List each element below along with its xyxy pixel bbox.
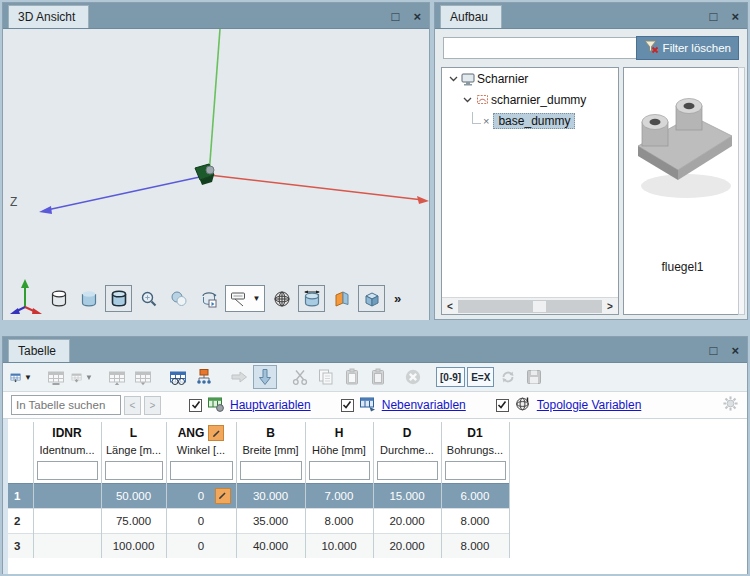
maximize-icon[interactable]: □ bbox=[710, 10, 718, 23]
cell[interactable]: 8.000 bbox=[441, 533, 509, 558]
transfer-down-button[interactable] bbox=[253, 365, 277, 389]
insert-row-table-button[interactable]: ▼ bbox=[70, 365, 94, 389]
cell[interactable]: 30.000 bbox=[236, 483, 305, 508]
hidden-line-icon[interactable] bbox=[165, 285, 192, 312]
cell[interactable]: 35.000 bbox=[236, 508, 305, 533]
cylinder-outlined-icon[interactable] bbox=[105, 285, 132, 312]
tab-aufbau[interactable]: Aufbau bbox=[440, 5, 502, 28]
move-row-up-button[interactable] bbox=[105, 365, 129, 389]
search-prev-button[interactable]: < bbox=[124, 396, 141, 415]
close-icon[interactable]: × bbox=[413, 10, 421, 23]
cut-button[interactable] bbox=[288, 365, 312, 389]
paste-button[interactable] bbox=[340, 365, 364, 389]
add-row-table-button[interactable]: ▼ bbox=[9, 365, 33, 389]
cell[interactable]: 50.000 bbox=[101, 483, 166, 508]
delete-button[interactable] bbox=[401, 365, 425, 389]
chevron-down-icon[interactable] bbox=[447, 74, 459, 83]
tree-item-scharnier-dummy[interactable]: scharnier_dummy bbox=[442, 89, 618, 110]
part-preview-pane[interactable]: fluegel1 bbox=[623, 67, 742, 315]
tree-item-base-dummy[interactable]: × base_dummy bbox=[442, 110, 618, 131]
column-filter-input[interactable] bbox=[240, 461, 302, 480]
save-button[interactable] bbox=[522, 365, 546, 389]
cell[interactable]: 75.000 bbox=[101, 508, 166, 533]
cell[interactable]: 8.000 bbox=[441, 508, 509, 533]
cell[interactable]: 100.000 bbox=[101, 533, 166, 558]
close-icon[interactable]: × bbox=[731, 344, 739, 357]
column-header-IDNR[interactable]: IDNRIdentnum... bbox=[33, 422, 101, 459]
cell[interactable]: 0 bbox=[166, 508, 236, 533]
cylinder-dimension-icon[interactable] bbox=[298, 285, 325, 312]
scroll-right-icon[interactable]: > bbox=[602, 298, 618, 314]
preview-vertical-scrollbar[interactable] bbox=[738, 67, 745, 315]
gear-icon[interactable] bbox=[722, 395, 739, 415]
edit-formula-icon[interactable] bbox=[215, 488, 231, 504]
remove-icon[interactable]: × bbox=[483, 115, 489, 127]
mesh-sphere-icon[interactable] bbox=[268, 285, 295, 312]
tab-3d-ansicht[interactable]: 3D Ansicht bbox=[8, 5, 89, 28]
edit-formula-icon[interactable] bbox=[208, 425, 224, 441]
column-filter-input[interactable] bbox=[170, 461, 233, 480]
cell[interactable]: 20.000 bbox=[373, 533, 441, 558]
hierarchy-view-button[interactable] bbox=[192, 365, 216, 389]
cell[interactable]: 7.000 bbox=[305, 483, 373, 508]
transfer-right-button[interactable] bbox=[227, 365, 251, 389]
cell[interactable]: 20.000 bbox=[373, 508, 441, 533]
checkbox[interactable] bbox=[189, 399, 202, 412]
annotation-tool-icon[interactable]: ▼ bbox=[225, 285, 265, 312]
row-number[interactable]: 2 bbox=[8, 508, 33, 533]
cylinder-shaded-icon[interactable] bbox=[75, 285, 102, 312]
viewport-3d[interactable]: Z ▼» bbox=[3, 29, 429, 320]
more-tools-icon[interactable]: » bbox=[394, 291, 401, 306]
rotate-view-icon[interactable] bbox=[195, 285, 222, 312]
formula-view-button[interactable]: E=X bbox=[467, 367, 494, 387]
column-header-D[interactable]: DDurchme... bbox=[373, 422, 441, 459]
scroll-left-icon[interactable]: < bbox=[442, 298, 458, 314]
tab-tabelle[interactable]: Tabelle bbox=[8, 339, 70, 362]
column-filter-input[interactable] bbox=[377, 461, 438, 480]
scrollbar-thumb[interactable] bbox=[533, 301, 546, 312]
row-number[interactable]: 1 bbox=[8, 483, 33, 508]
move-row-down-button[interactable] bbox=[131, 365, 155, 389]
search-table-button[interactable] bbox=[166, 365, 190, 389]
cell[interactable] bbox=[33, 508, 101, 533]
cell[interactable]: 40.000 bbox=[236, 533, 305, 558]
section-face-icon[interactable] bbox=[328, 285, 355, 312]
column-filter-input[interactable] bbox=[309, 461, 370, 480]
cell[interactable] bbox=[33, 533, 101, 558]
checkbox[interactable] bbox=[341, 399, 354, 412]
table-search-input[interactable] bbox=[11, 395, 121, 415]
table-row[interactable]: 275.000035.0008.00020.0008.000 bbox=[8, 508, 509, 533]
table-row[interactable]: 3100.000040.00010.00020.0008.000 bbox=[8, 533, 509, 558]
column-filter-input[interactable] bbox=[37, 461, 98, 480]
column-header-B[interactable]: BBreite [mm] bbox=[236, 422, 305, 459]
row-number[interactable]: 3 bbox=[8, 533, 33, 558]
remove-row-table-button[interactable] bbox=[44, 365, 68, 389]
chevron-down-icon[interactable] bbox=[461, 95, 473, 104]
tree-item-scharnier[interactable]: Scharnier bbox=[442, 68, 618, 89]
cell[interactable]: 8.000 bbox=[305, 508, 373, 533]
cell[interactable] bbox=[33, 483, 101, 508]
cell[interactable]: 15.000 bbox=[373, 483, 441, 508]
checkbox[interactable] bbox=[496, 399, 509, 412]
paste-special-button[interactable] bbox=[366, 365, 390, 389]
zoom-fit-icon[interactable] bbox=[135, 285, 162, 312]
scrollbar-track[interactable] bbox=[458, 300, 602, 313]
cell[interactable]: 10.000 bbox=[305, 533, 373, 558]
column-header-H[interactable]: HHöhe [mm] bbox=[305, 422, 373, 459]
table-row[interactable]: 150.000030.0007.00015.0006.000 bbox=[8, 483, 509, 508]
structure-filter-input[interactable] bbox=[443, 37, 645, 59]
copy-button[interactable] bbox=[314, 365, 338, 389]
variable-filter-link[interactable]: Topologie Variablen bbox=[537, 398, 642, 412]
search-next-button[interactable]: > bbox=[144, 396, 161, 415]
tree-horizontal-scrollbar[interactable]: < > bbox=[442, 297, 618, 314]
column-header-ANG[interactable]: ANGWinkel [... bbox=[166, 422, 236, 459]
solid-cube-icon[interactable] bbox=[358, 285, 385, 312]
variable-filter-link[interactable]: Hauptvariablen bbox=[230, 398, 311, 412]
close-icon[interactable]: × bbox=[731, 10, 739, 23]
refresh-button[interactable] bbox=[496, 365, 520, 389]
cell[interactable]: 0 bbox=[166, 483, 236, 508]
cell[interactable]: 6.000 bbox=[441, 483, 509, 508]
maximize-icon[interactable]: □ bbox=[710, 344, 718, 357]
column-filter-input[interactable] bbox=[105, 461, 163, 480]
variable-filter-link[interactable]: Nebenvariablen bbox=[382, 398, 466, 412]
